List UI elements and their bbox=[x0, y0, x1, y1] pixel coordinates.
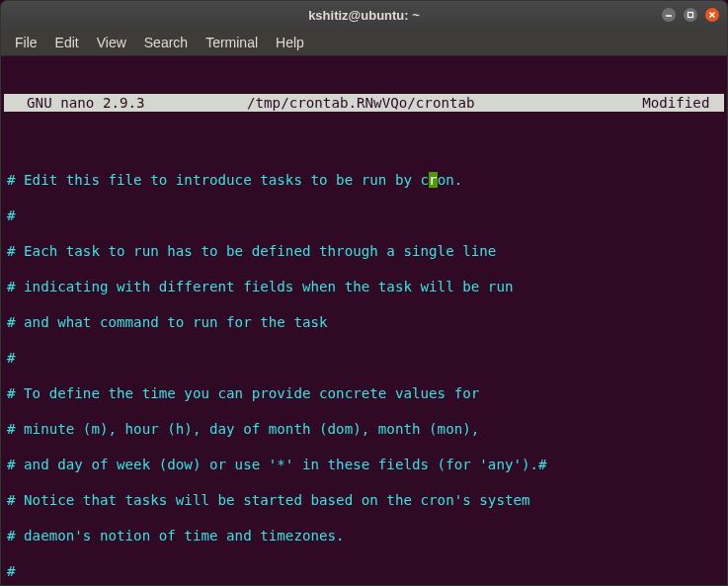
menu-help[interactable]: Help bbox=[268, 32, 312, 53]
nano-app-name: GNU nano 2.9.3 bbox=[10, 94, 247, 112]
menu-file[interactable]: File bbox=[7, 32, 45, 53]
terminal-body[interactable]: GNU nano 2.9.3 /tmp/crontab.RNwVQo/cront… bbox=[1, 56, 727, 585]
editor-line: # daemon's notion of time and timezones. bbox=[7, 527, 721, 544]
menu-view[interactable]: View bbox=[89, 32, 134, 53]
terminal-window: kshitiz@ubuntu: ~ File Edit View Search … bbox=[0, 0, 728, 586]
window-title: kshitiz@ubuntu: ~ bbox=[308, 8, 420, 23]
text: on. bbox=[438, 172, 463, 188]
editor-line: # Notice that tasks will be started base… bbox=[7, 491, 721, 509]
editor-line: # and what command to run for the task bbox=[7, 313, 721, 331]
svg-rect-1 bbox=[688, 13, 693, 18]
maximize-button[interactable] bbox=[684, 8, 697, 22]
editor-line: # indicating with different fields when … bbox=[7, 278, 721, 295]
close-icon bbox=[708, 11, 716, 19]
menubar: File Edit View Search Terminal Help bbox=[1, 29, 727, 56]
maximize-icon bbox=[687, 11, 694, 19]
editor-line: # and day of week (dow) or use '*' in th… bbox=[7, 456, 721, 473]
minimize-icon bbox=[665, 11, 673, 19]
nano-file-path: /tmp/crontab.RNwVQo/crontab bbox=[247, 94, 619, 112]
editor-line bbox=[7, 135, 721, 153]
editor-line: # minute (m), hour (h), day of month (do… bbox=[7, 420, 721, 438]
editor-line: # To define the time you can provide con… bbox=[7, 384, 721, 402]
editor-line: # Each task to run has to be defined thr… bbox=[7, 242, 721, 260]
text: # Edit this file to introduce tasks to b… bbox=[7, 172, 429, 188]
titlebar[interactable]: kshitiz@ubuntu: ~ bbox=[1, 1, 727, 29]
editor-line: # Edit this file to introduce tasks to b… bbox=[7, 171, 721, 189]
menu-search[interactable]: Search bbox=[136, 32, 196, 53]
menu-terminal[interactable]: Terminal bbox=[198, 32, 266, 53]
nano-header: GNU nano 2.9.3 /tmp/crontab.RNwVQo/cront… bbox=[4, 94, 724, 112]
cursor: r bbox=[429, 172, 438, 188]
nano-status: Modified bbox=[619, 94, 718, 112]
menu-edit[interactable]: Edit bbox=[47, 32, 87, 53]
minimize-button[interactable] bbox=[662, 8, 676, 22]
window-controls bbox=[662, 8, 719, 22]
editor-line: # bbox=[7, 207, 721, 224]
close-button[interactable] bbox=[705, 8, 719, 22]
editor-line: # bbox=[7, 562, 721, 580]
editor-line: # bbox=[7, 349, 721, 367]
